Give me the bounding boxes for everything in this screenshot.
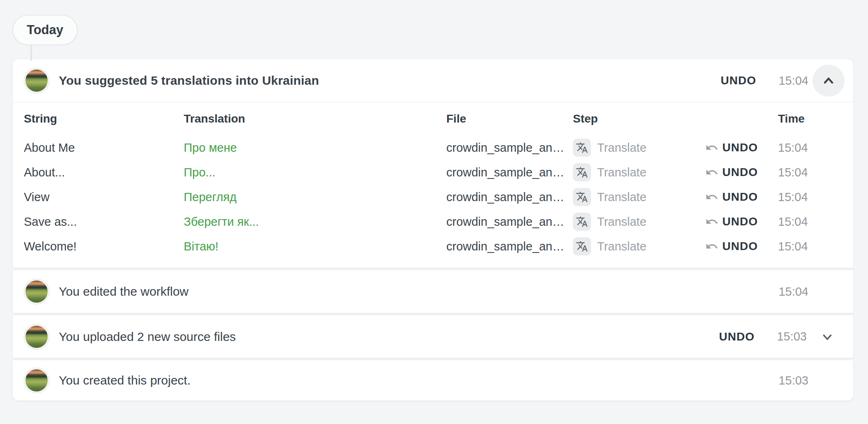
timeline-connector (30, 44, 32, 61)
activity-time: 15:04 (767, 74, 808, 88)
translation-text[interactable]: Про... (184, 166, 446, 179)
col-header-time: Time (758, 112, 808, 125)
file-name: crowdin_sample_an… (446, 215, 573, 229)
undo-icon (705, 141, 718, 154)
translate-step-icon (573, 163, 591, 181)
activity-actions: UNDO 15:03 (719, 330, 834, 344)
undo-icon (705, 190, 718, 204)
activity-card-suggested-translations: You suggested 5 translations into Ukrain… (13, 59, 853, 268)
translate-step-icon (573, 188, 591, 206)
avatar (25, 325, 48, 349)
table-row: View Перегляд crowdin_sample_an… Transla… (24, 185, 808, 209)
translation-text[interactable]: Про мене (184, 141, 446, 155)
workflow-step: Translate (573, 139, 684, 157)
translation-text[interactable]: Зберегти як... (184, 215, 446, 229)
row-undo-button[interactable]: UNDO (705, 240, 758, 253)
col-header-file: File (446, 112, 573, 125)
undo-button[interactable]: UNDO (721, 74, 756, 87)
row-undo-button[interactable]: UNDO (705, 215, 758, 228)
undo-icon (705, 215, 718, 228)
undo-icon (705, 166, 718, 179)
chevron-up-icon (821, 73, 836, 88)
workflow-step: Translate (573, 163, 684, 181)
activity-header-row: You edited the workflow 15:04 (13, 270, 853, 313)
activity-time: 15:04 (767, 285, 808, 299)
activity-header-row: You created this project. 15:03 (13, 360, 853, 401)
workflow-step: Translate (573, 237, 684, 255)
translate-icon (576, 191, 588, 203)
translations-table: String Translation File Step Time About … (13, 102, 853, 268)
chevron-down-icon (820, 330, 834, 344)
table-row: Welcome! Вітаю! crowdin_sample_an… Trans… (24, 234, 808, 259)
step-label: Translate (597, 190, 646, 204)
avatar (25, 368, 48, 392)
translate-step-icon (573, 237, 591, 255)
translation-text[interactable]: Перегляд (184, 190, 446, 204)
expand-button[interactable] (820, 330, 834, 344)
activity-actions: UNDO 15:04 (721, 65, 845, 97)
step-label: Translate (597, 215, 646, 229)
date-badge-label: Today (27, 23, 63, 37)
avatar (25, 280, 48, 304)
source-string: Welcome! (24, 240, 184, 253)
table-row: About Me Про мене crowdin_sample_an… Tra… (24, 135, 808, 160)
activity-time: 15:03 (766, 330, 807, 343)
date-badge-today[interactable]: Today (12, 15, 78, 45)
col-header-string: String (24, 112, 184, 125)
source-string: Save as... (24, 215, 184, 229)
avatar (25, 69, 48, 93)
row-time: 15:04 (758, 215, 808, 229)
activity-title: You edited the workflow (59, 285, 189, 299)
activity-card-uploaded-files: You uploaded 2 new source files UNDO 15:… (13, 315, 853, 358)
table-row: Save as... Зберегти як... crowdin_sample… (24, 209, 808, 234)
translation-text[interactable]: Вітаю! (184, 240, 446, 253)
row-time: 15:04 (758, 240, 808, 253)
activity-title: You suggested 5 translations into Ukrain… (59, 74, 319, 88)
activity-header-row: You suggested 5 translations into Ukrain… (13, 59, 853, 102)
translate-icon (576, 215, 588, 228)
activity-stream: You suggested 5 translations into Ukrain… (13, 59, 853, 401)
row-time: 15:04 (758, 166, 808, 179)
activity-title: You created this project. (59, 373, 191, 387)
translate-icon (576, 240, 588, 253)
row-time: 15:04 (758, 190, 808, 204)
file-name: crowdin_sample_an… (446, 190, 573, 204)
undo-button[interactable]: UNDO (719, 330, 755, 343)
translate-icon (576, 166, 588, 178)
translate-step-icon (573, 213, 591, 231)
translate-icon (576, 141, 588, 154)
activity-card-edited-workflow: You edited the workflow 15:04 (13, 270, 853, 313)
activity-time: 15:03 (767, 374, 808, 387)
row-time: 15:04 (758, 141, 808, 155)
workflow-step: Translate (573, 188, 684, 206)
col-header-step: Step (573, 112, 684, 125)
file-name: crowdin_sample_an… (446, 141, 573, 155)
activity-actions: 15:04 (756, 285, 808, 299)
step-label: Translate (597, 141, 646, 155)
row-undo-button[interactable]: UNDO (705, 166, 758, 179)
row-undo-button[interactable]: UNDO (705, 190, 758, 204)
step-label: Translate (597, 240, 646, 253)
source-string: About... (24, 166, 184, 179)
table-header-row: String Translation File Step Time (24, 102, 808, 135)
table-row: About... Про... crowdin_sample_an… Trans… (24, 160, 808, 185)
undo-icon (705, 240, 718, 253)
workflow-step: Translate (573, 213, 684, 231)
collapse-button[interactable] (813, 65, 845, 97)
source-string: About Me (24, 141, 184, 155)
step-label: Translate (597, 166, 646, 179)
source-string: View (24, 190, 184, 204)
col-header-translation: Translation (184, 112, 446, 125)
activity-title: You uploaded 2 new source files (59, 330, 236, 344)
translate-step-icon (573, 139, 591, 157)
row-undo-button[interactable]: UNDO (705, 141, 758, 154)
activity-header-row: You uploaded 2 new source files UNDO 15:… (13, 315, 853, 358)
file-name: crowdin_sample_an… (446, 240, 573, 253)
activity-actions: 15:03 (756, 374, 808, 387)
file-name: crowdin_sample_an… (446, 166, 573, 179)
activity-card-created-project: You created this project. 15:03 (13, 360, 853, 401)
